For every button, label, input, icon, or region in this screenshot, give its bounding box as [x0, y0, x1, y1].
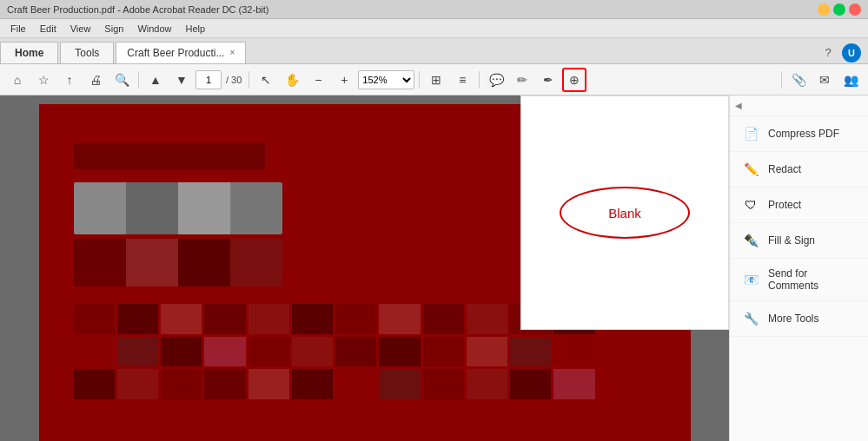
toolbar-sep-2	[248, 71, 249, 89]
zoom-select[interactable]: 50% 75% 100% 125% 150% 152% 200%	[358, 70, 414, 89]
close-button[interactable]	[849, 3, 861, 16]
share-toolbar-button[interactable]: ✉	[812, 68, 837, 92]
help-icon[interactable]: ?	[819, 44, 837, 62]
menu-window[interactable]: Window	[130, 22, 178, 36]
send-comments-label: Send for Comments	[768, 267, 856, 292]
select-tool-button[interactable]: ↖	[254, 68, 278, 92]
share-button[interactable]: ↑	[57, 68, 82, 92]
sidebar-fill-sign[interactable]: ✒️ Fill & Sign	[730, 223, 868, 259]
protect-icon: 🛡	[742, 196, 759, 214]
sidebar-protect[interactable]: 🛡 Protect	[730, 188, 868, 223]
protect-label: Protect	[768, 199, 801, 211]
page-number-input[interactable]	[195, 70, 222, 89]
sidebar-send-comments[interactable]: 📧 Send for Comments	[730, 259, 868, 301]
toolbar-right: 📎 ✉ 👥	[779, 68, 863, 92]
user-avatar[interactable]: U	[842, 43, 861, 63]
draw-button[interactable]: ✒	[536, 68, 560, 92]
menu-bar: File Edit View Sign Window Help	[0, 19, 868, 38]
toolbar-sep-4	[479, 71, 480, 89]
redact-label: Redact	[768, 163, 801, 175]
app-title: Craft Beer Production.pdf - Adobe Acroba…	[7, 4, 268, 15]
page-total: / 30	[223, 75, 244, 85]
toolbar-sep-1	[138, 71, 139, 89]
tab-document[interactable]: Craft Beer Producti... ×	[116, 42, 246, 63]
window-controls	[818, 3, 861, 16]
collaborate-button[interactable]: 👥	[838, 68, 863, 92]
hand-tool-button[interactable]: ✋	[280, 68, 304, 92]
sidebar-redact[interactable]: ✏️ Redact	[730, 152, 868, 188]
sidebar-collapse-arrow[interactable]: ◀	[735, 101, 742, 110]
toolbar-sep-3	[419, 71, 420, 89]
title-bar: Craft Beer Production.pdf - Adobe Acroba…	[0, 0, 868, 19]
tab-spacer	[246, 42, 819, 63]
fit-page-button[interactable]: ⊞	[424, 68, 448, 92]
minimize-button[interactable]	[818, 3, 830, 16]
highlight-button[interactable]: ✏	[510, 68, 534, 92]
tab-bar-right: ? U	[819, 42, 868, 63]
find-button[interactable]: 🔍	[109, 68, 134, 92]
menu-help[interactable]: Help	[179, 22, 213, 36]
bookmark-button[interactable]: ☆	[31, 68, 56, 92]
prev-page-button[interactable]: ▲	[143, 68, 168, 92]
sidebar-more-tools[interactable]: 🔧 More Tools	[730, 301, 868, 337]
compress-icon: 📄	[742, 125, 759, 142]
send-comments-icon: 📧	[742, 271, 759, 288]
pixel-blocks	[74, 304, 595, 399]
main-area: n Blank ◀ 📄 Compress	[0, 95, 868, 441]
comment-button[interactable]: 💬	[484, 68, 508, 92]
blank-panel: Blank	[520, 95, 729, 330]
pdf-viewer[interactable]: n Blank	[0, 95, 729, 441]
more-tools-toolbar-button[interactable]: ⊕	[562, 68, 586, 92]
zoom-out-button[interactable]: −	[306, 68, 330, 92]
more-tools-label: More Tools	[768, 313, 818, 325]
scroll-mode-button[interactable]: ≡	[450, 68, 474, 92]
menu-sign[interactable]: Sign	[97, 22, 130, 36]
annotate-button[interactable]: 📎	[786, 68, 811, 92]
nav-controls: ▲ ▼ / 30	[143, 68, 244, 92]
blank-oval: Blank	[560, 187, 690, 239]
menu-view[interactable]: View	[63, 22, 98, 36]
menu-edit[interactable]: Edit	[33, 22, 63, 36]
print-button[interactable]: 🖨	[83, 68, 108, 92]
tab-home[interactable]: Home	[0, 42, 58, 63]
redact-icon: ✏️	[742, 161, 759, 178]
tab-tools[interactable]: Tools	[60, 42, 114, 63]
tab-close-button[interactable]: ×	[229, 49, 235, 57]
home-toolbar-button[interactable]: ⌂	[5, 68, 30, 92]
right-sidebar: ◀ 📄 Compress PDF ✏️ Redact 🛡 Protect ✒️ …	[729, 95, 868, 441]
toolbar: ⌂ ☆ ↑ 🖨 🔍 ▲ ▼ / 30 ↖ ✋ − + 50% 75% 100% …	[0, 64, 868, 95]
toolbar-sep-5	[781, 71, 782, 89]
next-page-button[interactable]: ▼	[169, 68, 194, 92]
compress-label: Compress PDF	[768, 128, 839, 140]
sidebar-compress-pdf[interactable]: 📄 Compress PDF	[730, 116, 868, 152]
zoom-in-button[interactable]: +	[332, 68, 356, 92]
tab-bar: Home Tools Craft Beer Producti... × ? U	[0, 38, 868, 64]
menu-file[interactable]: File	[3, 22, 33, 36]
fill-sign-label: Fill & Sign	[768, 234, 815, 247]
fill-sign-icon: ✒️	[742, 232, 759, 249]
more-tools-icon: 🔧	[742, 310, 759, 327]
maximize-button[interactable]	[833, 3, 845, 16]
